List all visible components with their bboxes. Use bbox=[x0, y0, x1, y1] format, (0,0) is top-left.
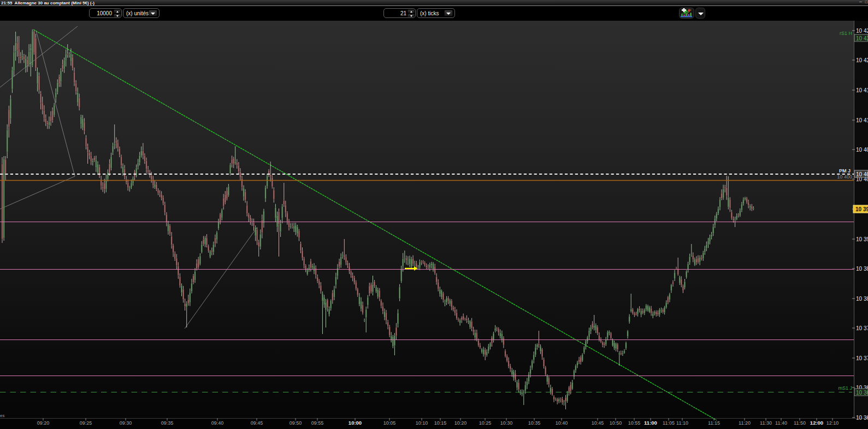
svg-text:10:30: 10:30 bbox=[500, 420, 513, 426]
svg-text:10 390: 10 390 bbox=[856, 236, 868, 242]
svg-text:11:40: 11:40 bbox=[775, 420, 787, 426]
svg-text:09:30: 09:30 bbox=[120, 420, 132, 426]
svg-text:09:35: 09:35 bbox=[161, 420, 174, 426]
svg-text:mS1 J: mS1 J bbox=[838, 385, 852, 391]
svg-text:10 375: 10 375 bbox=[856, 325, 868, 331]
svg-text:10 360: 10 360 bbox=[856, 415, 868, 421]
svg-text:10 420: 10 420 bbox=[856, 57, 868, 63]
svg-text:10 424: 10 424 bbox=[856, 35, 868, 41]
svg-text:11:05: 11:05 bbox=[663, 420, 675, 426]
svg-text:10 370: 10 370 bbox=[856, 355, 868, 361]
svg-text:10:20: 10:20 bbox=[454, 420, 467, 426]
svg-text:10:05: 10:05 bbox=[383, 420, 396, 426]
svg-text:10 401: 10 401 bbox=[856, 171, 868, 177]
svg-text:10 405: 10 405 bbox=[856, 147, 868, 153]
svg-text:09:40: 09:40 bbox=[211, 420, 224, 426]
svg-text:10:45: 10:45 bbox=[592, 420, 604, 426]
svg-text:10:50: 10:50 bbox=[610, 420, 622, 426]
svg-text:11:15: 11:15 bbox=[708, 420, 720, 426]
svg-text:11:30: 11:30 bbox=[760, 420, 772, 426]
svg-text:rS1 H: rS1 H bbox=[840, 31, 852, 36]
svg-text:10 380: 10 380 bbox=[856, 296, 868, 302]
svg-text:12:00: 12:00 bbox=[810, 420, 823, 426]
svg-text:10:10: 10:10 bbox=[416, 420, 428, 426]
svg-text:11:00: 11:00 bbox=[644, 420, 657, 426]
svg-text:PM J: PM J bbox=[839, 168, 851, 174]
svg-text:10:15: 10:15 bbox=[434, 420, 447, 426]
svg-text:10 385: 10 385 bbox=[856, 266, 868, 272]
svg-text:10 400: 10 400 bbox=[837, 174, 852, 180]
svg-text:11:10: 11:10 bbox=[676, 420, 688, 426]
svg-text:10:25: 10:25 bbox=[479, 420, 492, 426]
svg-text:11:50: 11:50 bbox=[794, 420, 806, 426]
svg-text:09:55: 09:55 bbox=[311, 420, 324, 426]
svg-text:10:00: 10:00 bbox=[349, 420, 362, 426]
svg-text:10:40: 10:40 bbox=[556, 420, 568, 426]
svg-text:10:35: 10:35 bbox=[528, 420, 541, 426]
svg-text:10:55: 10:55 bbox=[628, 420, 641, 426]
svg-text:11:20: 11:20 bbox=[739, 420, 751, 426]
svg-text:10 415: 10 415 bbox=[856, 87, 868, 93]
svg-text:09:50: 09:50 bbox=[290, 420, 302, 426]
svg-text:es: es bbox=[0, 413, 4, 418]
svg-text:09:20: 09:20 bbox=[37, 420, 50, 426]
svg-text:09:45: 09:45 bbox=[251, 420, 263, 426]
svg-text:10 395: 10 395 bbox=[855, 206, 868, 212]
svg-text:10 425: 10 425 bbox=[856, 28, 868, 34]
svg-text:12:10: 12:10 bbox=[826, 420, 839, 426]
svg-text:09:25: 09:25 bbox=[80, 420, 92, 426]
svg-text:10 364: 10 364 bbox=[856, 390, 868, 396]
svg-text:10 410: 10 410 bbox=[856, 117, 868, 123]
